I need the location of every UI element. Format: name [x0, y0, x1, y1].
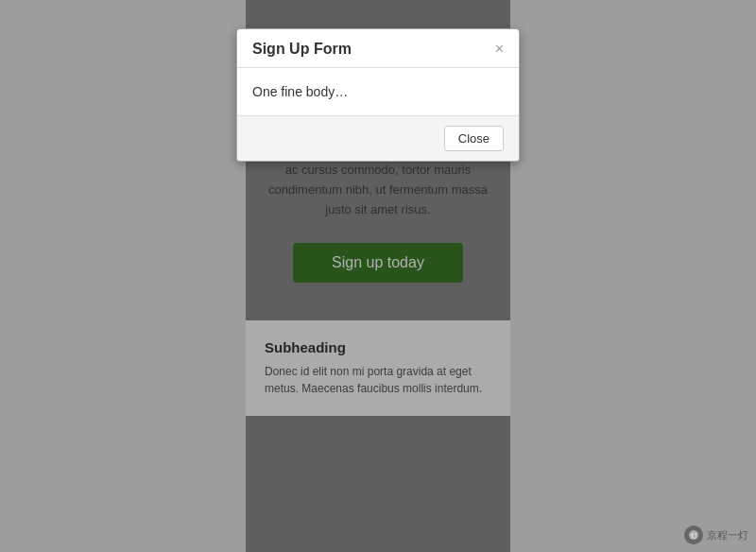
- watermark: 灯 京程一灯: [684, 526, 748, 544]
- modal-footer: Close: [237, 115, 519, 161]
- modal-close-x-button[interactable]: ×: [495, 42, 504, 57]
- modal-backdrop: Sign Up Form × One fine body… Close: [0, 0, 756, 552]
- watermark-svg-icon: 灯: [688, 529, 699, 541]
- svg-text:灯: 灯: [691, 532, 697, 539]
- modal-header: Sign Up Form ×: [237, 29, 519, 68]
- watermark-icon: 灯: [684, 526, 703, 544]
- modal-body: One fine body…: [237, 68, 519, 115]
- modal-close-button[interactable]: Close: [444, 126, 504, 151]
- modal-dialog: Sign Up Form × One fine body… Close: [236, 28, 520, 162]
- modal-body-text: One fine body…: [252, 84, 348, 99]
- watermark-text: 京程一灯: [707, 528, 748, 543]
- modal-title: Sign Up Form: [252, 41, 352, 58]
